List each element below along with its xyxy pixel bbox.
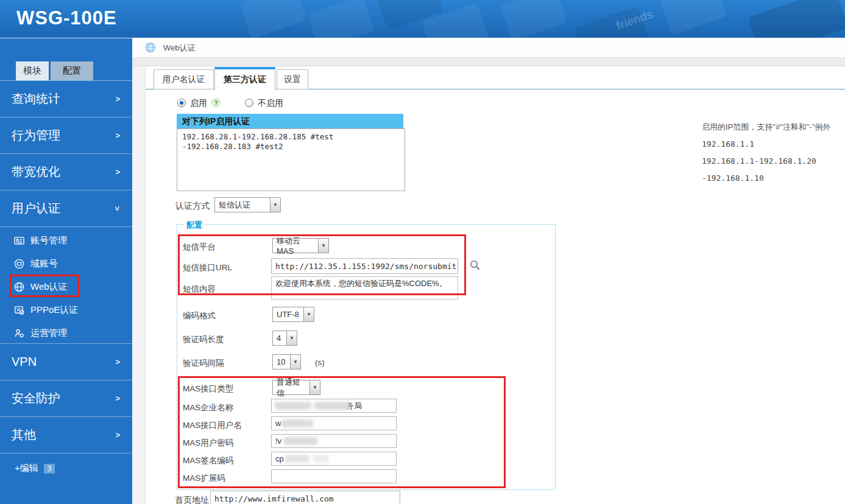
sidebar-subitem-operation-mgmt[interactable]: 运营管理 (0, 322, 132, 344)
mas-sign-input[interactable]: cp (271, 452, 397, 466)
mas-type-select[interactable]: 普通短信 (272, 380, 320, 395)
sidebar-item-other[interactable]: 其他 > (0, 417, 132, 453)
sidebar-subitem-pppoe-auth[interactable]: PPPoE认证 (0, 299, 132, 321)
code-interval-unit: (s) (315, 358, 325, 367)
enable-radio[interactable] (177, 99, 186, 107)
sidebar-item-bandwidth-opt[interactable]: 带宽优化 > (0, 154, 132, 191)
sms-platform-select[interactable]: 移动云MAS (272, 238, 329, 253)
ip-list-textarea[interactable]: 192.168.28.1-192.168.28.185 #test -192.1… (177, 128, 405, 191)
tab-settings[interactable]: 设置 (277, 69, 308, 89)
tab-third-party-auth[interactable]: 第三方认证 (214, 67, 275, 89)
sidebar-tab-module[interactable]: 模块 (16, 61, 49, 80)
mas-company-label: MAS企业名称 (183, 402, 233, 413)
code-length-select[interactable]: 4 (272, 331, 297, 346)
dropdown-arrow-icon (286, 331, 297, 345)
wsg-admin-page: friends WSG-100E 模块 配置 查询统计 > 行为管理 > 带宽优… (0, 0, 845, 504)
mas-company-input[interactable]: 务局 (271, 399, 397, 413)
redaction-blur (275, 402, 311, 410)
help-question-icon[interactable]: ? (211, 98, 221, 107)
document-check-icon (13, 304, 25, 316)
mas-password-input[interactable]: !v (271, 434, 397, 448)
sidebar-tab-config[interactable]: 配置 (51, 61, 93, 80)
code-interval-select[interactable]: 10 (272, 354, 301, 369)
mas-type-value: 普通短信 (273, 380, 309, 394)
config-legend: 配置 (184, 220, 205, 231)
keyboard-texture (748, 0, 845, 38)
sidebar-menu: 查询统计 > 行为管理 > 带宽优化 > 用户认证 > (0, 80, 132, 227)
disable-radio-label: 不启用 (258, 98, 283, 109)
redaction-blur (285, 455, 309, 463)
code-length-value: 4 (273, 331, 286, 345)
mas-ext-input[interactable] (271, 469, 397, 483)
sidebar-subitem-label: 运营管理 (30, 327, 67, 339)
sms-url-value: http://112.35.1.155:1992/sms/norsubmit (275, 262, 456, 271)
keyboard-texture (500, 0, 568, 38)
code-length-label: 验证码长度 (183, 334, 224, 345)
sms-url-input[interactable]: http://112.35.1.155:1992/sms/norsubmit (271, 258, 458, 274)
homepage-value: http://www.imfirewall.com (214, 494, 334, 503)
app-title: WSG-100E (16, 7, 117, 29)
encoding-select[interactable]: UTF-8 (272, 307, 314, 322)
auth-method-select[interactable]: 短信认证 (214, 197, 281, 212)
sms-content-textarea[interactable]: 欢迎使用本系统，您的短信验证码是%CODE%。 (271, 276, 458, 299)
chevron-right-icon: > (115, 94, 120, 103)
sidebar-item-label: 查询统计 (12, 91, 60, 107)
sidebar-item-vpn[interactable]: VPN > (0, 344, 132, 380)
sms-url-label: 短信接口URL (183, 262, 232, 273)
sidebar-subitem-account-mgmt[interactable]: 账号管理 (0, 229, 132, 251)
mas-sign-value: cp (275, 454, 284, 463)
dropdown-arrow-icon (303, 307, 314, 321)
mas-user-value: w (275, 419, 281, 428)
disable-radio[interactable] (245, 99, 253, 107)
sidebar-item-label: 带宽优化 (12, 164, 60, 180)
sidebar-item-user-auth[interactable]: 用户认证 > (0, 191, 132, 227)
code-interval-value: 10 (273, 355, 290, 369)
chevron-right-icon: > (115, 357, 120, 366)
dropdown-arrow-icon (309, 380, 320, 394)
sidebar-menu-bottom: VPN > 安全防护 > 其他 > (0, 343, 132, 453)
homepage-label: 首页地址 (175, 495, 209, 504)
ip-help-example: 192.168.1.1 (702, 139, 754, 149)
chevron-down-icon: > (113, 206, 122, 211)
globe-icon (13, 281, 25, 293)
chevron-right-icon: > (115, 430, 120, 439)
mas-ext-label: MAS扩展码 (183, 473, 225, 484)
sidebar-subitem-label: PPPoE认证 (30, 304, 78, 316)
app-header: friends WSG-100E (0, 0, 845, 38)
homepage-input[interactable]: http://www.imfirewall.com (210, 491, 400, 504)
mas-user-input[interactable]: w (271, 416, 397, 430)
content-gutter (132, 66, 146, 504)
sidebar-edit-button[interactable]: +编辑 3 (15, 463, 55, 474)
tab-username-auth[interactable]: 用户名认证 (154, 69, 214, 89)
enable-radio-label: 启用 (190, 98, 207, 109)
mas-sign-label: MAS签名编码 (183, 455, 233, 466)
auth-method-value: 短信认证 (215, 198, 270, 212)
user-gear-icon (13, 327, 25, 339)
mas-password-value: !v (275, 436, 281, 446)
sidebar-subitem-domain-account[interactable]: 域账号 (0, 253, 132, 275)
ip-help-example: 192.168.1.1-192.168.1.20 (702, 156, 816, 166)
sidebar-item-label: 行为管理 (12, 127, 60, 144)
keyboard-texture (308, 0, 375, 38)
search-icon[interactable] (469, 259, 481, 273)
globe-icon (145, 42, 156, 55)
sidebar-subitem-label: 账号管理 (30, 235, 67, 247)
auth-method-label: 认证方式 (175, 201, 210, 212)
sidebar-item-label: 其他 (12, 427, 36, 443)
ip-list-header: 对下列IP启用认证 (177, 114, 403, 128)
redaction-blur (284, 437, 317, 445)
sidebar-item-security[interactable]: 安全防护 > (0, 380, 132, 417)
ip-help-title: 启用的IP范围，支持"#"注释和"-"例外 (702, 122, 830, 133)
sidebar-item-behavior-mgmt[interactable]: 行为管理 > (0, 117, 132, 154)
encoding-value: UTF-8 (273, 307, 303, 321)
mas-user-label: MAS接口用户名 (183, 420, 242, 431)
divider-band (132, 58, 845, 66)
id-card-icon (13, 235, 25, 247)
sidebar-subitem-web-auth[interactable]: Web认证 (0, 276, 132, 298)
sidebar-item-query-stats[interactable]: 查询统计 > (0, 81, 132, 117)
redaction-blur (314, 402, 350, 410)
ip-help-example: -192.168.1.10 (702, 173, 764, 183)
domain-account-icon (13, 258, 25, 270)
redaction-blur (281, 419, 313, 427)
sidebar-item-label: 用户认证 (12, 200, 60, 217)
